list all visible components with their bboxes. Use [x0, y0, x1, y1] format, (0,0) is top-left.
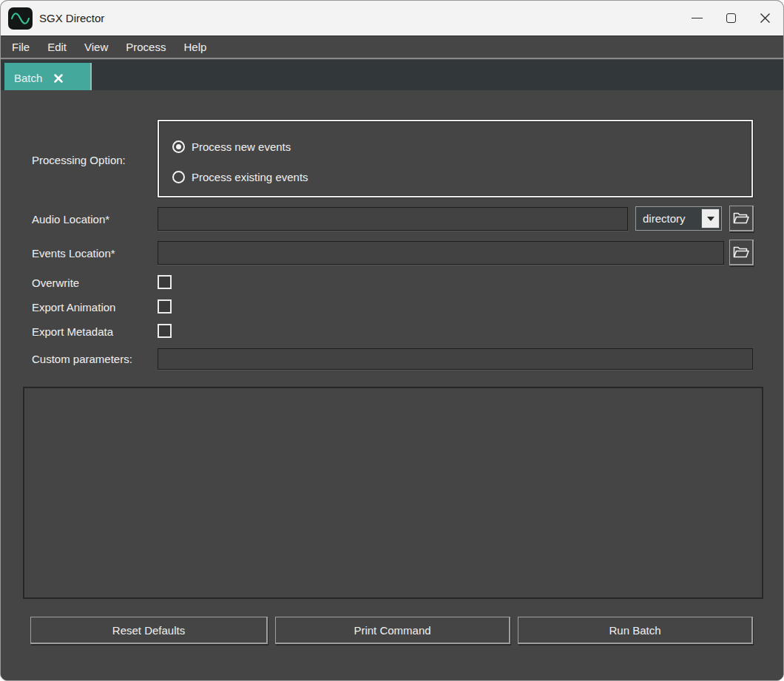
- processing-option-label: Processing Option:: [32, 154, 126, 167]
- custom-parameters-input[interactable]: [158, 348, 753, 370]
- menubar: File Edit View Process Help: [1, 35, 783, 59]
- menu-item-help[interactable]: Help: [175, 36, 215, 58]
- radio-process-new-events-label: Process new events: [192, 140, 291, 153]
- export-metadata-checkbox[interactable]: [158, 324, 172, 338]
- maximize-button[interactable]: [714, 1, 748, 35]
- export-metadata-label: Export Metadata: [32, 325, 113, 339]
- export-animation-checkbox[interactable]: [158, 299, 172, 314]
- app-window: SGX Director File Edit View Process Help…: [0, 0, 784, 681]
- overwrite-checkbox[interactable]: [158, 275, 172, 289]
- tab-close-icon[interactable]: [53, 73, 64, 84]
- maximize-icon: [726, 13, 736, 23]
- close-icon: [760, 13, 771, 24]
- app-icon: [8, 7, 33, 30]
- folder-icon: [733, 245, 749, 259]
- titlebar: SGX Director: [1, 1, 783, 35]
- overwrite-label: Overwrite: [32, 277, 79, 290]
- minimize-button[interactable]: [680, 1, 714, 35]
- radio-process-new-events[interactable]: [172, 140, 185, 153]
- events-location-input[interactable]: [158, 241, 724, 265]
- window-controls: [680, 1, 783, 35]
- events-location-label: Events Location*: [32, 247, 115, 260]
- sine-wave-icon: [10, 10, 30, 27]
- audio-location-type-value: directory: [636, 212, 701, 225]
- radio-process-existing-events[interactable]: [172, 171, 185, 183]
- radio-row-process-new-events[interactable]: Process new events: [172, 139, 291, 154]
- folder-icon: [733, 211, 749, 225]
- tabbar: Batch: [1, 60, 783, 90]
- window-title: SGX Director: [39, 12, 104, 24]
- close-button[interactable]: [748, 1, 782, 35]
- tab-batch-label: Batch: [14, 72, 42, 84]
- custom-parameters-label: Custom parameters:: [32, 353, 132, 366]
- export-animation-label: Export Animation: [32, 301, 115, 314]
- menu-item-view[interactable]: View: [75, 36, 117, 58]
- events-location-browse-button[interactable]: [729, 240, 754, 265]
- tab-batch[interactable]: Batch: [4, 63, 92, 93]
- audio-location-label: Audio Location*: [32, 213, 109, 226]
- audio-location-input[interactable]: [158, 207, 628, 231]
- radio-process-existing-events-label: Process existing events: [192, 171, 308, 183]
- chevron-down-icon[interactable]: [701, 209, 720, 228]
- processing-option-group: Process new events Process existing even…: [158, 120, 753, 197]
- menu-item-edit[interactable]: Edit: [38, 36, 75, 58]
- print-command-button[interactable]: Print Command: [275, 617, 510, 644]
- audio-location-browse-button[interactable]: [729, 206, 754, 231]
- menu-item-process[interactable]: Process: [117, 36, 175, 58]
- radio-row-process-existing-events[interactable]: Process existing events: [172, 169, 308, 184]
- run-batch-button[interactable]: Run Batch: [518, 617, 753, 644]
- minimize-icon: [692, 18, 703, 18]
- batch-panel: Processing Option: Process new events Pr…: [1, 90, 783, 680]
- output-log[interactable]: [23, 387, 763, 599]
- menu-item-file[interactable]: File: [3, 36, 38, 58]
- reset-defaults-button[interactable]: Reset Defaults: [30, 617, 268, 644]
- audio-location-type-select[interactable]: directory: [635, 206, 722, 231]
- radio-dot: [176, 144, 181, 149]
